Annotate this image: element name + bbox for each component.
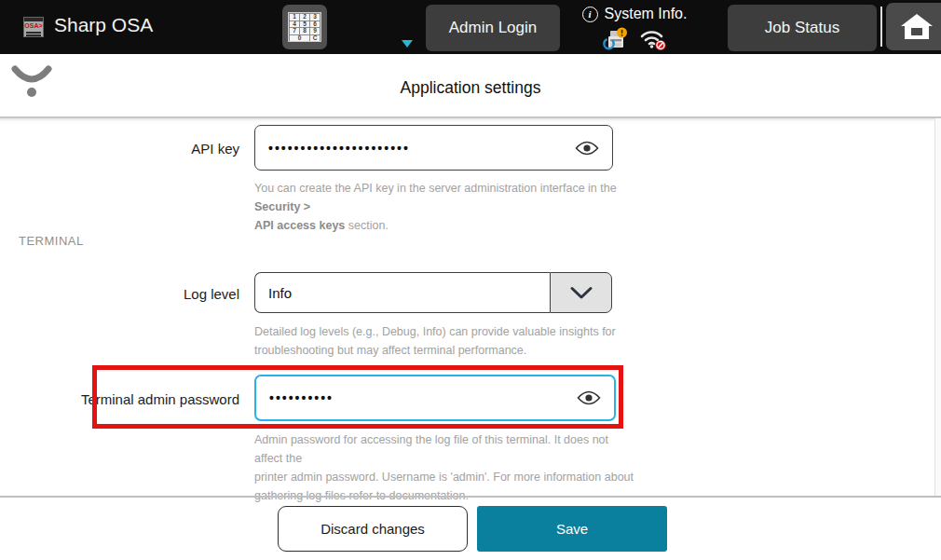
job-status-label: Job Status bbox=[765, 19, 839, 37]
info-icon: i bbox=[582, 7, 598, 22]
keypad-key: C bbox=[310, 35, 320, 42]
keypad-icon: 1 2 3 4 5 6 7 8 9 0 C bbox=[288, 12, 321, 42]
system-info-area[interactable]: i System Info. bbox=[566, 4, 702, 52]
log-level-select[interactable]: Info bbox=[254, 272, 612, 313]
vertical-scrollbar[interactable] bbox=[934, 118, 941, 496]
terminal-admin-password-masked-value: •••••••••• bbox=[269, 390, 334, 405]
logo-text: OSA> bbox=[24, 21, 43, 31]
numeric-keypad-button[interactable]: 1 2 3 4 5 6 7 8 9 0 C bbox=[282, 5, 327, 49]
admin-login-button[interactable]: Admin Login bbox=[426, 5, 560, 51]
terminal-admin-password-label: Terminal admin password bbox=[0, 391, 239, 407]
api-key-masked-value: •••••••••••••••••••••• bbox=[268, 141, 410, 156]
help-text: Admin password for accessing the log fil… bbox=[254, 433, 608, 465]
page-title: Application settings bbox=[0, 78, 941, 98]
help-text: printer admin password. Username is 'adm… bbox=[254, 471, 634, 484]
wifi-disabled-icon bbox=[639, 28, 667, 51]
page-header: Application settings bbox=[0, 54, 941, 118]
footer-divider bbox=[0, 496, 941, 498]
terminal-admin-password-input[interactable]: •••••••••• bbox=[254, 375, 616, 421]
sharp-osa-logo-icon: OSA> bbox=[23, 17, 44, 37]
admin-login-label: Admin Login bbox=[449, 19, 538, 37]
help-text: section. bbox=[345, 219, 389, 232]
job-status-button[interactable]: Job Status bbox=[728, 5, 877, 51]
help-text: You can create the API key in the server… bbox=[254, 182, 617, 195]
home-icon bbox=[900, 12, 934, 42]
keypad-key: 0 bbox=[290, 35, 309, 42]
discard-changes-button[interactable]: Discard changes bbox=[278, 506, 468, 552]
keypad-key: 2 bbox=[300, 14, 309, 20]
dropdown-triangle-icon[interactable] bbox=[402, 40, 413, 48]
help-text-bold: Security > bbox=[254, 200, 310, 213]
help-text: Detailed log levels (e.g., Debug, Info) … bbox=[254, 325, 616, 338]
keypad-key: 9 bbox=[310, 28, 320, 34]
api-key-input[interactable]: •••••••••••••••••••••• bbox=[254, 125, 613, 171]
keypad-key: 8 bbox=[300, 28, 309, 34]
save-button[interactable]: Save bbox=[477, 506, 667, 552]
header-divider bbox=[0, 116, 941, 123]
chevron-down-icon bbox=[569, 286, 593, 300]
terminal-section-label: TERMINAL bbox=[19, 234, 84, 248]
discard-changes-label: Discard changes bbox=[320, 521, 425, 537]
system-info-label: System Info. bbox=[605, 6, 688, 22]
terminal-admin-password-reveal-button[interactable] bbox=[577, 389, 601, 406]
app-title: Sharp OSA bbox=[54, 14, 153, 36]
terminal-admin-password-help: Admin password for accessing the log fil… bbox=[254, 430, 636, 505]
topbar-separator bbox=[880, 7, 882, 47]
keypad-key: 1 bbox=[290, 14, 299, 20]
api-key-help: You can create the API key in the server… bbox=[254, 179, 627, 235]
api-key-label: API key bbox=[0, 141, 239, 157]
logo-line bbox=[26, 32, 41, 34]
api-key-reveal-button[interactable] bbox=[575, 140, 599, 157]
printer-status-icon bbox=[603, 27, 628, 51]
log-level-label: Log level bbox=[0, 286, 239, 302]
eye-icon bbox=[575, 140, 599, 157]
log-level-dropdown-button[interactable] bbox=[550, 272, 612, 313]
keypad-key: 3 bbox=[310, 14, 320, 20]
log-level-help: Detailed log levels (e.g., Debug, Info) … bbox=[254, 322, 636, 360]
help-text: troubleshooting but may affect terminal … bbox=[254, 344, 526, 357]
eye-icon bbox=[577, 389, 601, 406]
screen: OSA> Sharp OSA 1 2 3 4 5 6 7 8 9 0 C Adm… bbox=[0, 0, 941, 560]
log-level-value[interactable]: Info bbox=[254, 272, 550, 313]
help-text-bold: API access keys bbox=[254, 219, 345, 232]
logo-line bbox=[26, 34, 41, 36]
keypad-key: 7 bbox=[290, 28, 299, 34]
save-label: Save bbox=[556, 521, 588, 537]
home-button[interactable] bbox=[886, 3, 941, 50]
topbar: OSA> Sharp OSA 1 2 3 4 5 6 7 8 9 0 C Adm… bbox=[0, 0, 941, 54]
